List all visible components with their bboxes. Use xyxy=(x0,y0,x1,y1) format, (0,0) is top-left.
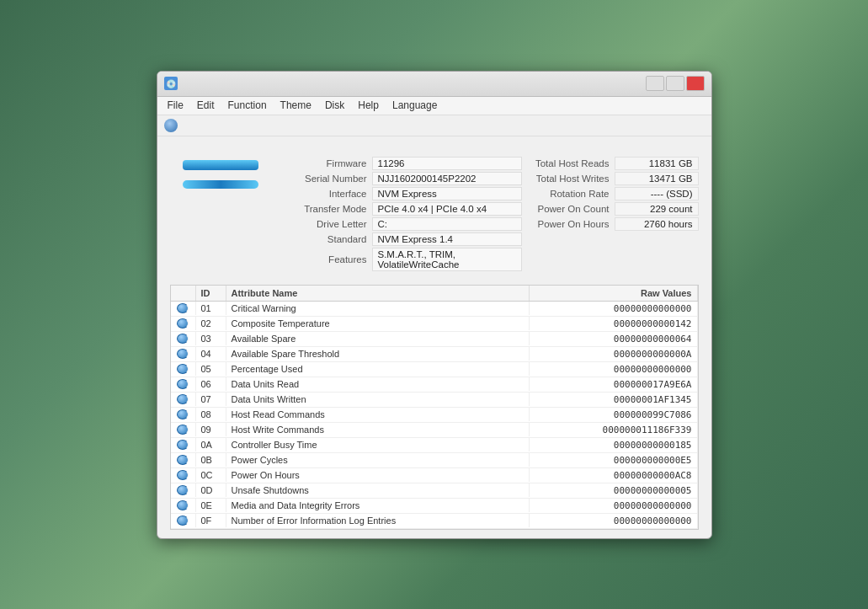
row-attribute-name: Composite Temperature xyxy=(226,317,530,330)
spec-label: Features xyxy=(280,254,372,264)
table-row[interactable]: 0E Media and Data Integrity Errors 00000… xyxy=(171,499,698,514)
row-status-icon xyxy=(171,408,196,421)
maximize-button[interactable] xyxy=(666,76,684,91)
spec-label: Serial Number xyxy=(280,174,372,184)
table-row[interactable]: 0F Number of Error Information Log Entri… xyxy=(171,514,698,529)
device-bar xyxy=(157,115,711,136)
close-button[interactable] xyxy=(686,76,705,91)
row-id: 0C xyxy=(196,468,226,482)
col-raw-header: Raw Values xyxy=(530,286,698,301)
spec-value: 11296 xyxy=(372,157,522,170)
right-spec-value: ---- (SSD) xyxy=(615,187,699,200)
right-spec-row: Power On Hours 2760 hours xyxy=(530,217,699,231)
row-id: 0E xyxy=(196,499,226,512)
table-row[interactable]: 08 Host Read Commands 000000099C7086 xyxy=(171,408,698,423)
right-spec-row: Power On Count 229 count xyxy=(530,202,699,216)
row-raw-value: 00000000000000 xyxy=(530,302,698,316)
table-row[interactable]: 0D Unsafe Shutdowns 00000000000005 xyxy=(171,483,698,499)
right-spec-value: 11831 GB xyxy=(615,157,699,170)
row-attribute-name: Number of Error Information Log Entries xyxy=(226,514,530,527)
main-window: 💿 File Edit Function Theme Disk Help Lan… xyxy=(157,71,712,539)
table-row[interactable]: 0C Power On Hours 00000000000AC8 xyxy=(171,468,698,483)
row-attribute-name: Data Units Written xyxy=(226,393,530,406)
main-content: Firmware 11296 Serial Number NJJ16020001… xyxy=(157,136,711,538)
row-raw-value: 00000000000005 xyxy=(530,483,698,498)
table-row[interactable]: 01 Critical Warning 00000000000000 xyxy=(171,302,698,317)
row-attribute-name: Data Units Read xyxy=(226,377,530,391)
table-row[interactable]: 03 Available Spare 00000000000064 xyxy=(171,332,698,347)
spec-row: Serial Number NJJ1602000145P2202 xyxy=(280,172,522,185)
row-id: 04 xyxy=(196,347,226,361)
row-raw-value: 000000099C7086 xyxy=(530,408,698,422)
menu-language[interactable]: Language xyxy=(386,97,444,115)
minimize-button[interactable] xyxy=(646,76,664,91)
right-spec-label: Power On Hours xyxy=(530,219,615,229)
row-attribute-name: Percentage Used xyxy=(226,362,530,376)
row-status-icon xyxy=(171,347,196,361)
row-status-icon xyxy=(171,332,196,345)
menu-function[interactable]: Function xyxy=(221,97,274,115)
menu-theme[interactable]: Theme xyxy=(274,97,318,115)
table-row[interactable]: 05 Percentage Used 00000000000000 xyxy=(171,362,698,377)
row-attribute-name: Unsafe Shutdowns xyxy=(226,483,530,497)
spec-label: Interface xyxy=(280,189,372,199)
info-section: Firmware 11296 Serial Number NJJ16020001… xyxy=(170,157,699,273)
titlebar: 💿 xyxy=(157,72,711,97)
spec-value: S.M.A.R.T., TRIM, VolatileWriteCache xyxy=(372,248,522,271)
row-attribute-name: Media and Data Integrity Errors xyxy=(226,499,530,512)
table-row[interactable]: 06 Data Units Read 000000017A9E6A xyxy=(171,377,698,393)
row-raw-value: 00000000000000 xyxy=(530,499,698,513)
menu-edit[interactable]: Edit xyxy=(190,97,221,115)
row-raw-value: 000000011186F339 xyxy=(530,423,698,437)
row-id: 08 xyxy=(196,408,226,421)
spec-row: Transfer Mode PCIe 4.0 x4 | PCIe 4.0 x4 xyxy=(280,202,522,216)
spec-row: Firmware 11296 xyxy=(280,157,522,170)
row-raw-value: 00000000000AC8 xyxy=(530,468,698,483)
row-id: 03 xyxy=(196,332,226,345)
row-raw-value: 00000000000064 xyxy=(530,332,698,346)
table-row[interactable]: 0A Controller Busy Time 00000000000185 xyxy=(171,438,698,453)
row-status-icon xyxy=(171,438,196,451)
row-id: 0D xyxy=(196,483,226,497)
right-spec-value: 229 count xyxy=(615,202,699,216)
menu-help[interactable]: Help xyxy=(351,97,386,115)
row-attribute-name: Critical Warning xyxy=(226,302,530,315)
spec-value: PCIe 4.0 x4 | PCIe 4.0 x4 xyxy=(372,202,522,216)
right-spec-row: Total Host Reads 11831 GB xyxy=(530,157,699,170)
table-row[interactable]: 04 Available Spare Threshold 00000000000… xyxy=(171,347,698,362)
menubar: File Edit Function Theme Disk Help Langu… xyxy=(157,97,711,115)
menu-disk[interactable]: Disk xyxy=(318,97,351,115)
right-spec-label: Total Host Writes xyxy=(530,174,615,184)
row-raw-value: 0000000000000A xyxy=(530,347,698,361)
right-specs: Total Host Reads 11831 GB Total Host Wri… xyxy=(530,157,699,273)
spec-value: NJJ1602000145P2202 xyxy=(372,172,522,185)
left-specs: Firmware 11296 Serial Number NJJ16020001… xyxy=(280,157,522,273)
row-raw-value: 00000000000000 xyxy=(530,362,698,377)
right-spec-label: Power On Count xyxy=(530,204,615,214)
table-row[interactable]: 02 Composite Temperature 00000000000142 xyxy=(171,317,698,332)
row-attribute-name: Power Cycles xyxy=(226,453,530,467)
table-row[interactable]: 09 Host Write Commands 000000011186F339 xyxy=(171,423,698,438)
row-raw-value: 00000000000000 xyxy=(530,514,698,528)
row-attribute-name: Power On Hours xyxy=(226,468,530,482)
row-attribute-name: Available Spare xyxy=(226,332,530,345)
table-row[interactable]: 07 Data Units Written 00000001AF1345 xyxy=(171,393,698,408)
row-status-icon xyxy=(171,302,196,315)
menu-file[interactable]: File xyxy=(161,97,190,115)
row-id: 0F xyxy=(196,514,226,527)
right-spec-value: 13471 GB xyxy=(615,172,699,185)
row-raw-value: 00000000000142 xyxy=(530,317,698,331)
col-name-header: Attribute Name xyxy=(226,286,530,301)
right-spec-value: 2760 hours xyxy=(615,217,699,231)
attributes-table: ID Attribute Name Raw Values 01 Critical… xyxy=(170,285,699,530)
window-controls xyxy=(646,76,705,91)
app-icon: 💿 xyxy=(164,77,178,90)
spec-label: Drive Letter xyxy=(280,219,372,229)
health-badge xyxy=(183,160,258,170)
spec-row: Features S.M.A.R.T., TRIM, VolatileWrite… xyxy=(280,248,522,271)
right-spec-label: Total Host Reads xyxy=(530,158,615,168)
col-id-header: ID xyxy=(196,286,226,301)
table-row[interactable]: 0B Power Cycles 000000000000E5 xyxy=(171,453,698,468)
row-attribute-name: Host Write Commands xyxy=(226,423,530,436)
table-header: ID Attribute Name Raw Values xyxy=(171,286,698,302)
